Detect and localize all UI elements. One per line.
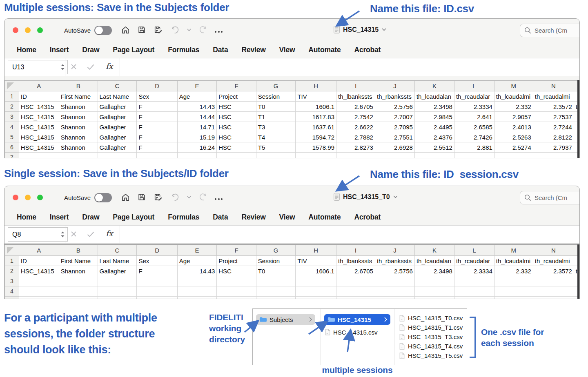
cell[interactable]: Gallagher [98, 132, 137, 142]
menu-tab-formulas[interactable]: Formulas [168, 213, 199, 222]
column-header-E[interactable]: E [177, 245, 216, 256]
cancel-icon[interactable] [71, 231, 77, 239]
cell[interactable]: th_lcaudalan [414, 256, 454, 266]
cell[interactable]: F [137, 102, 177, 112]
row-header-5[interactable]: 5 [5, 132, 19, 142]
cell[interactable]: Shannon [59, 102, 98, 112]
cell[interactable]: TIV [296, 256, 336, 266]
formula-input[interactable] [120, 226, 579, 243]
cell[interactable]: ID [19, 256, 59, 266]
menu-tab-acrobat[interactable]: Acrobat [354, 46, 381, 54]
menu-tab-formulas[interactable]: Formulas [168, 46, 199, 54]
row-header-4[interactable]: 4 [5, 122, 19, 132]
cell[interactable]: T0 [256, 102, 296, 112]
cell[interactable] [59, 276, 98, 286]
column-header-J[interactable]: J [375, 81, 414, 91]
finder-item-participant-folder[interactable]: HSC_14315 [324, 314, 390, 325]
column-header-F[interactable]: F [217, 81, 256, 91]
cell[interactable]: Project [217, 256, 256, 266]
menu-tab-automate[interactable]: Automate [308, 213, 341, 222]
cell[interactable] [137, 286, 177, 297]
cell[interactable]: Gallagher [98, 142, 137, 153]
cell[interactable]: 2.7426 [454, 132, 494, 142]
cell[interactable] [414, 153, 454, 158]
cell[interactable]: Session [256, 91, 296, 102]
cell[interactable]: T1 [256, 112, 296, 122]
cancel-icon[interactable] [71, 64, 77, 71]
cell[interactable]: HSC [217, 102, 256, 112]
cell[interactable]: Shannon [59, 266, 98, 276]
cell[interactable]: Age [177, 256, 216, 266]
cell[interactable] [414, 297, 454, 299]
cell[interactable] [533, 297, 574, 299]
cell[interactable]: Session [256, 256, 296, 266]
cell[interactable]: th_lcaudalan [414, 91, 454, 102]
cell[interactable]: Gallagher [98, 112, 137, 122]
cell[interactable]: th_lcaudalmi [494, 256, 533, 266]
column-header-N[interactable]: N [533, 245, 574, 256]
cell[interactable]: th_lbankssts [336, 91, 375, 102]
autosave-toggle[interactable] [94, 193, 112, 202]
autosave-toggle[interactable] [94, 26, 112, 35]
cell[interactable]: 2.3498 [414, 266, 454, 276]
menu-tab-draw[interactable]: Draw [82, 46, 99, 54]
menu-tab-home[interactable]: Home [17, 46, 36, 54]
column-header-C[interactable]: C [98, 245, 137, 256]
column-header-K[interactable]: K [414, 81, 454, 91]
finder-item-session-file[interactable]: HSC_14315_T3.csv [399, 332, 466, 342]
cell[interactable] [98, 276, 137, 286]
name-box-spinner-icon[interactable] [61, 64, 65, 70]
cell[interactable]: 14.44 [177, 112, 216, 122]
cell[interactable]: 2.3334 [454, 266, 494, 276]
cell[interactable]: 2.7244 [533, 122, 574, 132]
cell[interactable] [336, 297, 375, 299]
home-icon[interactable] [121, 193, 130, 202]
cell[interactable]: 2.6928 [375, 142, 414, 153]
cell[interactable]: HSC [217, 132, 256, 142]
cell[interactable] [375, 297, 414, 299]
column-header-K[interactable]: K [414, 245, 454, 256]
cell[interactable] [177, 153, 216, 158]
cell[interactable] [533, 276, 574, 286]
cell[interactable]: Project [217, 91, 256, 102]
cell[interactable] [296, 276, 336, 286]
cell[interactable]: F [137, 112, 177, 122]
menu-tab-view[interactable]: View [279, 213, 295, 222]
cell[interactable] [375, 286, 414, 297]
cell[interactable] [59, 286, 98, 297]
cell[interactable] [217, 286, 256, 297]
cell[interactable]: 2.7551 [375, 132, 414, 142]
cell[interactable] [217, 276, 256, 286]
cell[interactable] [19, 297, 59, 299]
cell[interactable]: 2.5512 [414, 142, 454, 153]
menu-tab-page-layout[interactable]: Page Layout [113, 46, 154, 54]
undo-chevron-down-icon[interactable] [187, 196, 191, 199]
cell[interactable]: First Name [59, 91, 98, 102]
cell[interactable] [137, 297, 177, 299]
menu-tab-page-layout[interactable]: Page Layout [113, 213, 154, 222]
redo-icon[interactable] [198, 25, 208, 35]
column-header-N[interactable]: N [533, 81, 574, 91]
cell[interactable]: Last Name [98, 256, 137, 266]
cell[interactable] [533, 153, 574, 158]
finder-item-session-file[interactable]: HSC_14315_T5.csv [399, 351, 466, 360]
cell[interactable] [336, 286, 375, 297]
cell[interactable]: th_rcaudalmi [533, 256, 574, 266]
more-icon[interactable] [215, 27, 223, 33]
finder-item-subjects[interactable]: Subjects [256, 314, 315, 325]
cell[interactable]: F [137, 122, 177, 132]
row-header-4[interactable]: 4 [5, 286, 19, 297]
cell[interactable]: HSC_14315 [19, 142, 59, 153]
cell[interactable]: 2.7882 [336, 132, 375, 142]
cell[interactable] [256, 276, 296, 286]
menu-tab-data[interactable]: Data [213, 46, 228, 54]
cell[interactable] [454, 153, 494, 158]
cell[interactable]: Gallagher [98, 122, 137, 132]
cell[interactable]: Last Name [98, 91, 137, 102]
cell[interactable]: HSC_14315 [19, 112, 59, 122]
more-icon[interactable] [215, 195, 223, 200]
cell[interactable]: 2.7007 [375, 112, 414, 122]
cell[interactable]: HSC [217, 142, 256, 153]
row-header-7[interactable]: 7 [5, 153, 19, 158]
cell[interactable]: 2.7095 [375, 122, 414, 132]
